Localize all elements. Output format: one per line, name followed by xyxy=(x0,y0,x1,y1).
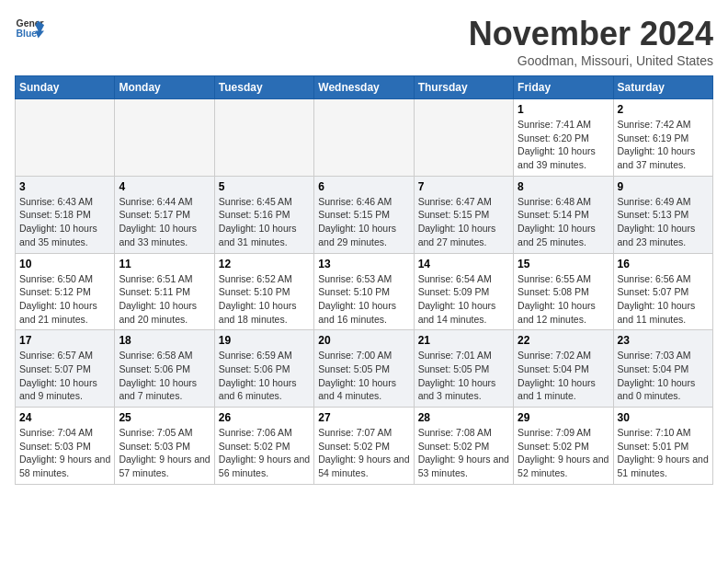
day-info: Sunrise: 6:46 AMSunset: 5:15 PMDaylight:… xyxy=(318,195,409,249)
table-row: 26Sunrise: 7:06 AMSunset: 5:02 PMDayligh… xyxy=(214,408,313,485)
day-info: Sunrise: 7:02 AMSunset: 5:04 PMDaylight:… xyxy=(518,349,609,403)
day-number: 28 xyxy=(418,411,509,424)
table-row: 17Sunrise: 6:57 AMSunset: 5:07 PMDayligh… xyxy=(16,330,115,408)
day-number: 13 xyxy=(318,258,409,270)
day-number: 18 xyxy=(119,334,210,347)
day-info: Sunrise: 6:51 AMSunset: 5:11 PMDaylight:… xyxy=(119,272,210,327)
day-info: Sunrise: 6:54 AMSunset: 5:09 PMDaylight:… xyxy=(418,272,509,327)
header-friday: Friday xyxy=(514,76,613,99)
day-number: 8 xyxy=(518,180,609,193)
table-row: 12Sunrise: 6:52 AMSunset: 5:10 PMDayligh… xyxy=(214,253,313,330)
day-number: 21 xyxy=(418,334,509,347)
header-saturday: Saturday xyxy=(613,76,712,99)
day-info: Sunrise: 6:44 AMSunset: 5:17 PMDaylight:… xyxy=(119,195,210,249)
day-info: Sunrise: 7:01 AMSunset: 5:05 PMDaylight:… xyxy=(418,349,509,403)
day-info: Sunrise: 6:50 AMSunset: 5:12 PMDaylight:… xyxy=(19,272,110,327)
calendar-week-row: 3Sunrise: 6:43 AMSunset: 5:18 PMDaylight… xyxy=(16,176,713,253)
table-row xyxy=(16,99,115,177)
calendar-week-row: 10Sunrise: 6:50 AMSunset: 5:12 PMDayligh… xyxy=(16,253,713,330)
table-row: 28Sunrise: 7:08 AMSunset: 5:02 PMDayligh… xyxy=(414,408,513,485)
table-row: 18Sunrise: 6:58 AMSunset: 5:06 PMDayligh… xyxy=(115,330,214,408)
day-number: 30 xyxy=(618,411,709,424)
day-number: 2 xyxy=(618,103,709,116)
table-row: 9Sunrise: 6:49 AMSunset: 5:13 PMDaylight… xyxy=(613,176,712,253)
day-info: Sunrise: 7:08 AMSunset: 5:02 PMDaylight:… xyxy=(418,426,509,480)
day-number: 4 xyxy=(119,180,210,193)
calendar-week-row: 1Sunrise: 7:41 AMSunset: 6:20 PMDaylight… xyxy=(16,99,713,177)
calendar-week-row: 17Sunrise: 6:57 AMSunset: 5:07 PMDayligh… xyxy=(16,330,713,408)
table-row: 8Sunrise: 6:48 AMSunset: 5:14 PMDaylight… xyxy=(514,176,613,253)
day-info: Sunrise: 6:48 AMSunset: 5:14 PMDaylight:… xyxy=(518,195,609,249)
svg-text:Blue: Blue xyxy=(17,29,38,39)
day-info: Sunrise: 7:04 AMSunset: 5:03 PMDaylight:… xyxy=(19,426,110,480)
calendar-week-row: 24Sunrise: 7:04 AMSunset: 5:03 PMDayligh… xyxy=(16,408,713,485)
day-info: Sunrise: 7:42 AMSunset: 6:19 PMDaylight:… xyxy=(618,118,709,172)
day-number: 25 xyxy=(119,411,210,424)
day-number: 19 xyxy=(219,334,310,347)
day-info: Sunrise: 6:59 AMSunset: 5:06 PMDaylight:… xyxy=(219,349,310,403)
table-row: 15Sunrise: 6:55 AMSunset: 5:08 PMDayligh… xyxy=(514,253,613,330)
table-row: 6Sunrise: 6:46 AMSunset: 5:15 PMDaylight… xyxy=(314,176,414,253)
day-number: 14 xyxy=(418,258,509,270)
table-row xyxy=(214,99,313,177)
header-monday: Monday xyxy=(115,76,214,99)
logo: General Blue xyxy=(15,15,44,44)
day-info: Sunrise: 6:55 AMSunset: 5:08 PMDaylight:… xyxy=(518,272,609,327)
day-info: Sunrise: 6:45 AMSunset: 5:16 PMDaylight:… xyxy=(219,195,310,249)
table-row: 22Sunrise: 7:02 AMSunset: 5:04 PMDayligh… xyxy=(514,330,613,408)
day-number: 26 xyxy=(219,411,310,424)
table-row: 3Sunrise: 6:43 AMSunset: 5:18 PMDaylight… xyxy=(16,176,115,253)
title-area: November 2024 Goodman, Missouri, United … xyxy=(469,15,713,68)
day-info: Sunrise: 7:41 AMSunset: 6:20 PMDaylight:… xyxy=(518,118,609,172)
table-row: 25Sunrise: 7:05 AMSunset: 5:03 PMDayligh… xyxy=(115,408,214,485)
day-info: Sunrise: 7:09 AMSunset: 5:02 PMDaylight:… xyxy=(518,426,609,480)
table-row: 1Sunrise: 7:41 AMSunset: 6:20 PMDaylight… xyxy=(514,99,613,177)
day-number: 12 xyxy=(219,258,310,270)
day-info: Sunrise: 7:03 AMSunset: 5:04 PMDaylight:… xyxy=(618,349,709,403)
day-info: Sunrise: 6:57 AMSunset: 5:07 PMDaylight:… xyxy=(19,349,110,403)
month-title: November 2024 xyxy=(469,15,713,53)
day-info: Sunrise: 7:05 AMSunset: 5:03 PMDaylight:… xyxy=(119,426,210,480)
table-row: 10Sunrise: 6:50 AMSunset: 5:12 PMDayligh… xyxy=(16,253,115,330)
table-row xyxy=(115,99,214,177)
location: Goodman, Missouri, United States xyxy=(469,53,713,68)
table-row: 14Sunrise: 6:54 AMSunset: 5:09 PMDayligh… xyxy=(414,253,513,330)
table-row: 7Sunrise: 6:47 AMSunset: 5:15 PMDaylight… xyxy=(414,176,513,253)
table-row: 20Sunrise: 7:00 AMSunset: 5:05 PMDayligh… xyxy=(314,330,414,408)
day-number: 11 xyxy=(119,258,210,270)
day-number: 9 xyxy=(618,180,709,193)
day-number: 5 xyxy=(219,180,310,193)
day-info: Sunrise: 6:47 AMSunset: 5:15 PMDaylight:… xyxy=(418,195,509,249)
day-number: 7 xyxy=(418,180,509,193)
table-row: 2Sunrise: 7:42 AMSunset: 6:19 PMDaylight… xyxy=(613,99,712,177)
table-row: 30Sunrise: 7:10 AMSunset: 5:01 PMDayligh… xyxy=(613,408,712,485)
table-row xyxy=(414,99,513,177)
day-info: Sunrise: 7:00 AMSunset: 5:05 PMDaylight:… xyxy=(318,349,409,403)
day-info: Sunrise: 6:53 AMSunset: 5:10 PMDaylight:… xyxy=(318,272,409,327)
header-tuesday: Tuesday xyxy=(214,76,313,99)
day-info: Sunrise: 6:52 AMSunset: 5:10 PMDaylight:… xyxy=(219,272,310,327)
day-number: 10 xyxy=(19,258,110,270)
day-number: 6 xyxy=(318,180,409,193)
header-thursday: Thursday xyxy=(414,76,513,99)
day-number: 23 xyxy=(618,334,709,347)
table-row: 19Sunrise: 6:59 AMSunset: 5:06 PMDayligh… xyxy=(214,330,313,408)
calendar-table: Sunday Monday Tuesday Wednesday Thursday… xyxy=(15,75,713,485)
header-wednesday: Wednesday xyxy=(314,76,414,99)
day-info: Sunrise: 6:49 AMSunset: 5:13 PMDaylight:… xyxy=(618,195,709,249)
day-number: 22 xyxy=(518,334,609,347)
header: General Blue November 2024 Goodman, Miss… xyxy=(15,15,713,68)
day-number: 3 xyxy=(19,180,110,193)
day-info: Sunrise: 6:43 AMSunset: 5:18 PMDaylight:… xyxy=(19,195,110,249)
table-row: 5Sunrise: 6:45 AMSunset: 5:16 PMDaylight… xyxy=(214,176,313,253)
table-row: 11Sunrise: 6:51 AMSunset: 5:11 PMDayligh… xyxy=(115,253,214,330)
header-sunday: Sunday xyxy=(16,76,115,99)
table-row: 4Sunrise: 6:44 AMSunset: 5:17 PMDaylight… xyxy=(115,176,214,253)
day-number: 15 xyxy=(518,258,609,270)
day-info: Sunrise: 7:06 AMSunset: 5:02 PMDaylight:… xyxy=(219,426,310,480)
day-number: 29 xyxy=(518,411,609,424)
day-number: 20 xyxy=(318,334,409,347)
table-row: 24Sunrise: 7:04 AMSunset: 5:03 PMDayligh… xyxy=(16,408,115,485)
table-row: 16Sunrise: 6:56 AMSunset: 5:07 PMDayligh… xyxy=(613,253,712,330)
calendar-header-row: Sunday Monday Tuesday Wednesday Thursday… xyxy=(16,76,713,99)
